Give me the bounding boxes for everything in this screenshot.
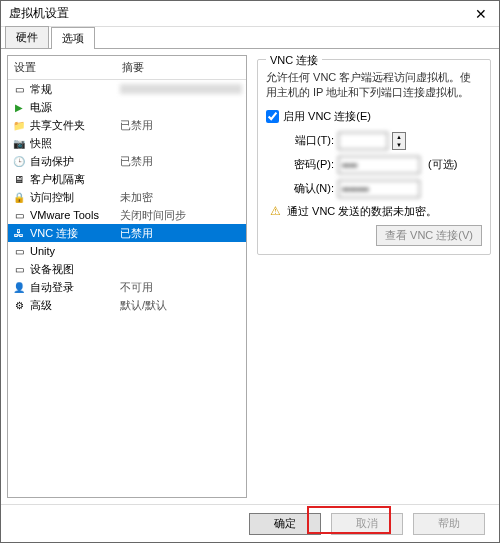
box-icon: ▭ <box>12 82 26 96</box>
password-label: 密码(P): <box>284 157 334 172</box>
setting-summary: 默认/默认 <box>120 298 242 313</box>
warning-row: ⚠ 通过 VNC 发送的数据未加密。 <box>266 204 482 219</box>
setting-row-power[interactable]: ▶ 电源 <box>8 98 246 116</box>
spinner-up-icon[interactable]: ▲ <box>393 133 405 141</box>
setting-name: Unity <box>30 245 120 257</box>
setting-name: 自动登录 <box>30 280 120 295</box>
vnc-description: 允许任何 VNC 客户端远程访问虚拟机。使用主机的 IP 地址和下列端口连接虚拟… <box>266 70 482 101</box>
vnc-icon: 🖧 <box>12 226 26 240</box>
titlebar: 虚拟机设置 ✕ <box>1 1 499 27</box>
device-icon: ▭ <box>12 262 26 276</box>
setting-name: 设备视图 <box>30 262 120 277</box>
enable-vnc-label: 启用 VNC 连接(E) <box>283 109 371 124</box>
confirm-input[interactable] <box>338 180 420 198</box>
setting-name: 快照 <box>30 136 120 151</box>
setting-summary: 已禁用 <box>120 118 242 133</box>
setting-row-unity[interactable]: ▭ Unity <box>8 242 246 260</box>
setting-row-shared-folders[interactable]: 📁 共享文件夹 已禁用 <box>8 116 246 134</box>
setting-summary: 未加密 <box>120 190 242 205</box>
enable-vnc-row: 启用 VNC 连接(E) <box>266 109 482 124</box>
setting-name: 共享文件夹 <box>30 118 120 133</box>
port-input[interactable] <box>338 132 388 150</box>
tab-hardware[interactable]: 硬件 <box>5 26 49 48</box>
settings-list: ▭ 常规 ▶ 电源 📁 共享文件夹 已禁用 📷 快照 <box>8 80 246 497</box>
view-connections-row: 查看 VNC 连接(V) <box>266 225 482 246</box>
setting-name: 自动保护 <box>30 154 120 169</box>
clock-icon: 🕒 <box>12 154 26 168</box>
enable-vnc-checkbox[interactable] <box>266 110 279 123</box>
confirm-label: 确认(N): <box>284 181 334 196</box>
setting-summary: 关闭时间同步 <box>120 208 242 223</box>
setting-row-general[interactable]: ▭ 常规 <box>8 80 246 98</box>
setting-name: 高级 <box>30 298 120 313</box>
close-icon[interactable]: ✕ <box>471 6 491 22</box>
folder-icon: 📁 <box>12 118 26 132</box>
setting-name: 访问控制 <box>30 190 120 205</box>
settings-list-panel: 设置 摘要 ▭ 常规 ▶ 电源 📁 共享文件夹 已禁用 <box>7 55 247 498</box>
monitor-icon: 🖥 <box>12 172 26 186</box>
help-button[interactable]: 帮助 <box>413 513 485 535</box>
spinner-down-icon[interactable]: ▼ <box>393 141 405 149</box>
port-label: 端口(T): <box>284 133 334 148</box>
setting-name: 客户机隔离 <box>30 172 120 187</box>
setting-row-guest-isolation[interactable]: 🖥 客户机隔离 <box>8 170 246 188</box>
setting-row-autologin[interactable]: 👤 自动登录 不可用 <box>8 278 246 296</box>
header-summary: 摘要 <box>122 60 144 75</box>
setting-row-vnc[interactable]: 🖧 VNC 连接 已禁用 <box>8 224 246 242</box>
lock-icon: 🔒 <box>12 190 26 204</box>
camera-icon: 📷 <box>12 136 26 150</box>
tab-bar: 硬件 选项 <box>1 27 499 49</box>
user-icon: 👤 <box>12 280 26 294</box>
tools-icon: ▭ <box>12 208 26 222</box>
detail-panel: VNC 连接 允许任何 VNC 客户端远程访问虚拟机。使用主机的 IP 地址和下… <box>255 55 493 498</box>
ok-button[interactable]: 确定 <box>249 513 321 535</box>
setting-summary: 已禁用 <box>120 226 242 241</box>
password-optional: (可选) <box>428 157 457 172</box>
setting-row-advanced[interactable]: ⚙ 高级 默认/默认 <box>8 296 246 314</box>
content-area: 设置 摘要 ▭ 常规 ▶ 电源 📁 共享文件夹 已禁用 <box>1 49 499 504</box>
setting-row-vmware-tools[interactable]: ▭ VMware Tools 关闭时间同步 <box>8 206 246 224</box>
setting-name: VNC 连接 <box>30 226 120 241</box>
port-spinner: ▲ ▼ <box>392 132 406 150</box>
unity-icon: ▭ <box>12 244 26 258</box>
password-input[interactable] <box>338 156 420 174</box>
dialog-footer: 确定 取消 帮助 <box>1 504 499 542</box>
play-icon: ▶ <box>12 100 26 114</box>
setting-summary: 不可用 <box>120 280 242 295</box>
groupbox-title: VNC 连接 <box>266 53 322 68</box>
confirm-row: 确认(N): <box>266 180 482 198</box>
view-connections-button[interactable]: 查看 VNC 连接(V) <box>376 225 482 246</box>
setting-row-autoprotect[interactable]: 🕒 自动保护 已禁用 <box>8 152 246 170</box>
setting-name: 电源 <box>30 100 120 115</box>
setting-summary: 已禁用 <box>120 154 242 169</box>
setting-row-snapshots[interactable]: 📷 快照 <box>8 134 246 152</box>
setting-name: VMware Tools <box>30 209 120 221</box>
setting-row-device-view[interactable]: ▭ 设备视图 <box>8 260 246 278</box>
tab-options[interactable]: 选项 <box>51 27 95 49</box>
cancel-button[interactable]: 取消 <box>331 513 403 535</box>
settings-list-header: 设置 摘要 <box>8 56 246 80</box>
password-row: 密码(P): (可选) <box>266 156 482 174</box>
setting-name: 常规 <box>30 82 120 97</box>
setting-row-access-control[interactable]: 🔒 访问控制 未加密 <box>8 188 246 206</box>
vnc-groupbox: VNC 连接 允许任何 VNC 客户端远程访问虚拟机。使用主机的 IP 地址和下… <box>257 59 491 255</box>
setting-summary <box>120 84 242 94</box>
vm-settings-window: 虚拟机设置 ✕ 硬件 选项 设置 摘要 ▭ 常规 ▶ 电源 <box>0 0 500 543</box>
port-row: 端口(T): ▲ ▼ <box>266 132 482 150</box>
header-setting: 设置 <box>14 60 122 75</box>
gear-icon: ⚙ <box>12 298 26 312</box>
warning-icon: ⚠ <box>270 204 281 218</box>
warning-text: 通过 VNC 发送的数据未加密。 <box>287 204 437 219</box>
window-title: 虚拟机设置 <box>9 5 471 22</box>
